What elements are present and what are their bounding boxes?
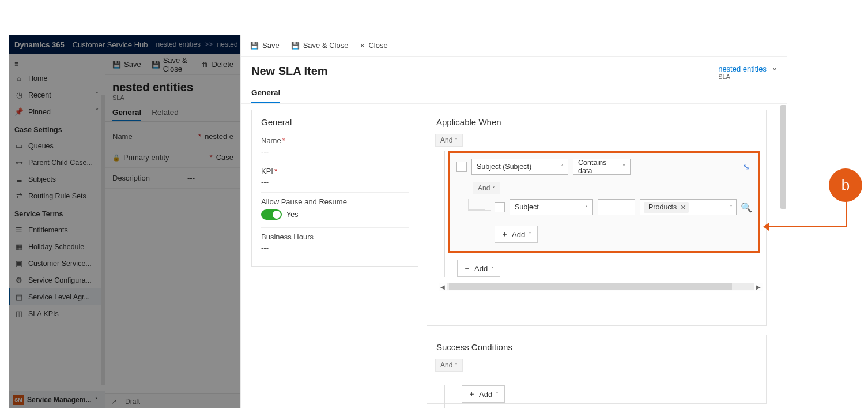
field-value: --- xyxy=(261,178,409,186)
sidebar-item-entitlements[interactable]: ☰Entitlements xyxy=(9,222,105,238)
add-condition-button-success[interactable]: ＋Add˅ xyxy=(462,385,505,403)
field-select-subject[interactable]: Subject (Subject)˅ xyxy=(471,159,568,175)
field-value[interactable]: nested e xyxy=(205,132,233,141)
add-condition-button-outer[interactable]: ＋Add˅ xyxy=(457,260,500,277)
parent-record-link[interactable]: nested entities xyxy=(718,65,767,73)
sidebar-item-holiday[interactable]: ▦Holiday Schedule xyxy=(9,238,105,255)
sidebar-item-routing[interactable]: ⇄Routing Rule Sets xyxy=(9,187,105,204)
sidebar-item-pinned[interactable]: 📌Pinned˅ xyxy=(9,103,105,120)
sidebar-scrollbar[interactable] xyxy=(101,95,105,385)
sidebar-item-sla-kpis[interactable]: ◫SLA KPIs xyxy=(9,305,105,322)
general-card-header: General xyxy=(252,110,418,132)
plus-icon: ＋ xyxy=(463,263,471,273)
panel-header: New SLA Item nested entities SLA ˅ xyxy=(241,57,787,82)
sidebar-item-recent[interactable]: ◷Recent˅ xyxy=(9,87,105,103)
search-icon[interactable]: 🔍 xyxy=(741,202,752,212)
toggle-label: Yes xyxy=(286,211,298,219)
bg-delete-button[interactable]: Delete xyxy=(202,60,233,69)
bc-item-1[interactable]: nested entities xyxy=(156,40,201,48)
lookup-tag: Products ✕ xyxy=(644,202,689,213)
save-icon xyxy=(112,60,121,69)
save-close-icon xyxy=(152,60,160,69)
background-app: Dynamics 365 Customer Service Hub nested… xyxy=(9,35,240,408)
chevron-down-icon: ˅ xyxy=(529,231,531,238)
bg-entity-label: SLA xyxy=(112,94,233,101)
add-condition-button-inner[interactable]: ＋Add˅ xyxy=(495,226,538,243)
success-and-group[interactable]: And˅ xyxy=(435,359,463,372)
inner-and-group[interactable]: And˅ xyxy=(473,182,500,194)
save-icon xyxy=(250,41,259,50)
sidebar-item-subjects[interactable]: ≣Subjects xyxy=(9,171,105,187)
sidebar-item-customer-service[interactable]: ▣Customer Service... xyxy=(9,255,105,272)
save-close-icon xyxy=(291,41,300,50)
select-value: Contains data xyxy=(578,159,622,175)
remove-tag-icon[interactable]: ✕ xyxy=(680,203,686,212)
field-business-hours[interactable]: Business Hours --- xyxy=(261,228,409,258)
sidebar-item-sla[interactable]: ▤Service Level Agr... xyxy=(9,288,105,305)
field-value: --- xyxy=(261,147,409,156)
field-select-subject-inner[interactable]: Subject˅ xyxy=(510,199,593,215)
bg-save-close-button[interactable]: Save & Close xyxy=(152,56,192,73)
collapse-icon[interactable]: ⤡ xyxy=(741,162,752,172)
home-icon: ⌂ xyxy=(14,74,24,82)
callout-b-line-v xyxy=(846,185,847,227)
bc-separator: >> xyxy=(205,40,213,48)
condition-row-2: Subject˅ Products ✕ ˅ 🔍 xyxy=(495,199,752,215)
bg-row-name: Name*nested e xyxy=(105,126,240,147)
popout-icon[interactable]: ↗ xyxy=(111,397,117,406)
condition-checkbox[interactable] xyxy=(456,162,467,172)
field-label: KPI xyxy=(261,167,273,175)
clock-icon: ◷ xyxy=(14,91,24,99)
cmd-label: Close xyxy=(368,41,387,50)
success-conditions-card: Success Conditions And˅ ＋Add˅ xyxy=(427,335,767,404)
sidebar-item-parent-child[interactable]: ⊶Parent Child Case... xyxy=(9,154,105,171)
operator-select-empty[interactable] xyxy=(598,199,635,215)
sidebar-header-service-terms: Service Terms xyxy=(9,204,105,222)
bg-row-description: Description--- xyxy=(105,168,240,189)
scroll-right-icon[interactable]: ▶ xyxy=(754,284,763,290)
save-button[interactable]: Save xyxy=(250,41,280,50)
condition-checkbox[interactable] xyxy=(495,202,505,212)
panel-body: General Name* --- KPI* --- Allow Pause a… xyxy=(241,104,787,408)
bg-hub: Customer Service Hub xyxy=(73,40,148,49)
chevron-down-icon: ˅ xyxy=(492,185,495,192)
cmd-label: Save & Close xyxy=(303,41,349,50)
field-value[interactable]: --- xyxy=(187,174,195,182)
hamburger-icon[interactable]: ≡ xyxy=(9,58,105,70)
sidebar-label: Entitlements xyxy=(28,226,68,234)
bg-tab-related[interactable]: Related xyxy=(152,108,179,121)
close-icon xyxy=(360,41,365,50)
field-value: Case xyxy=(216,153,233,162)
routing-icon: ⇄ xyxy=(14,192,24,200)
bg-tab-general[interactable]: General xyxy=(112,108,141,121)
bg-brand: Dynamics 365 xyxy=(14,40,65,49)
field-allow-pause[interactable]: Allow Pause and Resume Yes xyxy=(261,193,409,228)
scroll-left-icon[interactable]: ◀ xyxy=(439,284,447,290)
bg-sidebar: ≡ ⌂Home ◷Recent˅ 📌Pinned˅ Case Settings … xyxy=(9,54,105,408)
vertical-scrollbar[interactable] xyxy=(779,104,787,408)
sidebar-item-home[interactable]: ⌂Home xyxy=(9,70,105,87)
field-name[interactable]: Name* --- xyxy=(261,132,409,162)
chevron-down-icon: ˅ xyxy=(560,164,563,170)
bc-item-2[interactable]: nested entities xyxy=(217,40,240,48)
tab-general[interactable]: General xyxy=(251,88,280,103)
root-and-group[interactable]: And˅ xyxy=(435,134,463,147)
horizontal-scrollbar[interactable]: ◀ ▶ xyxy=(439,283,763,291)
cmd-label: Save xyxy=(262,41,280,50)
save-close-button[interactable]: Save & Close xyxy=(291,41,349,50)
sidebar-item-service-config[interactable]: ⚙Service Configura... xyxy=(9,272,105,288)
select-value: Subject xyxy=(515,203,539,211)
value-lookup-products[interactable]: Products ✕ ˅ xyxy=(640,199,737,215)
close-button[interactable]: Close xyxy=(360,41,387,50)
sidebar-area-switcher[interactable]: SM Service Managem... ˅ xyxy=(9,391,105,408)
field-value: --- xyxy=(261,243,409,252)
condition-row-1: Subject (Subject)˅ Contains data˅ ⤡ xyxy=(456,159,752,175)
toggle-switch[interactable] xyxy=(261,209,282,220)
operator-select-contains-data[interactable]: Contains data˅ xyxy=(573,159,631,175)
field-label: Name xyxy=(112,132,133,141)
bg-row-primary-entity: Primary entity*Case xyxy=(105,147,240,168)
chevron-down-icon[interactable]: ˅ xyxy=(772,67,777,78)
bg-save-button[interactable]: Save xyxy=(112,60,141,69)
field-kpi[interactable]: KPI* --- xyxy=(261,162,409,193)
sidebar-item-queues[interactable]: ▭Queues xyxy=(9,137,105,154)
